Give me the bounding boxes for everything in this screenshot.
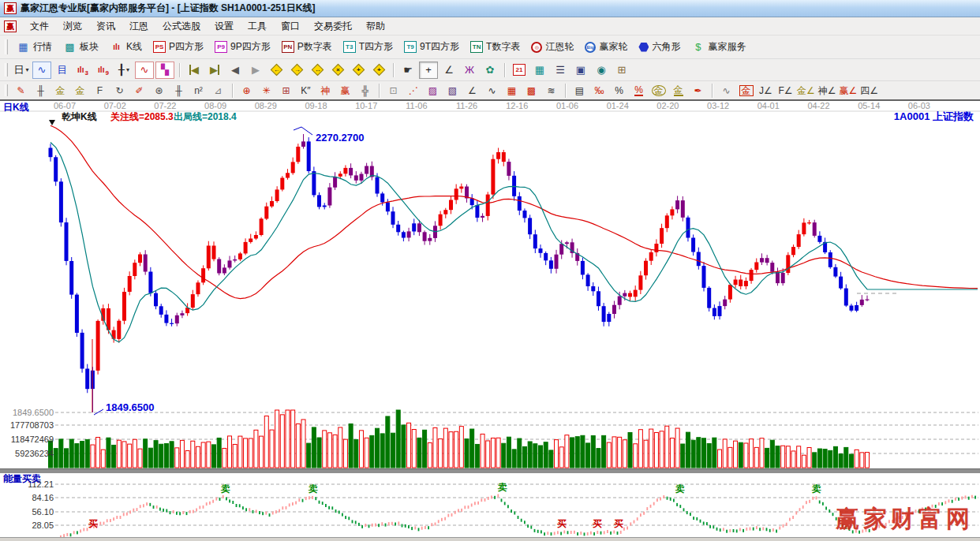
candle-style-dropdown[interactable]: ╂▾ [114, 62, 133, 79]
n2-button[interactable]: n² [189, 83, 208, 99]
red-grid-button[interactable]: ▦ [503, 83, 521, 99]
box-tool-button[interactable]: ⊡ [384, 83, 402, 99]
pan-hand-button[interactable]: ☛ [398, 62, 417, 79]
gold-angle-button[interactable]: 金∠ [796, 83, 816, 99]
menu-tools[interactable]: 工具 [241, 17, 274, 35]
trend-arrow-button[interactable]: ∠ [463, 83, 481, 99]
j-angle-button[interactable]: J∠ [757, 83, 775, 99]
grid-button[interactable]: ╫ [170, 83, 188, 99]
sector-blocks[interactable]: ▩板块 [58, 39, 104, 55]
menu-browse[interactable]: 浏览 [56, 17, 89, 35]
menu-gann[interactable]: 江恩 [122, 17, 155, 35]
indicator-title[interactable]: 能量买卖 [3, 474, 41, 484]
notes-button[interactable]: ☰ [551, 62, 570, 79]
draw-pen-button[interactable]: ✎ [12, 83, 30, 99]
kline-mode-label[interactable]: 乾坤K线 [62, 112, 97, 122]
document-logo-icon[interactable]: 赢 [4, 21, 17, 32]
zigzag-button[interactable]: ∿ [483, 83, 501, 99]
ying-angle-button[interactable]: 赢∠ [839, 83, 858, 99]
chart-area[interactable]: 买卖卖卖买买买卖卖06-0707-0207-2208-0908-2909-181… [0, 101, 980, 537]
compress-9-button[interactable]: ılı9 [94, 62, 113, 79]
p-number-table[interactable]: PNP数字表 [276, 39, 338, 55]
menu-news[interactable]: 资讯 [89, 17, 122, 35]
percent-button[interactable]: % [610, 83, 628, 99]
gann-circle-button[interactable]: ⊛ [150, 83, 168, 99]
t-square[interactable]: T3T四方形 [338, 39, 398, 55]
period-day-dropdown[interactable]: 日▾ [12, 62, 31, 79]
web-button[interactable]: ◉ [592, 62, 611, 79]
fibonacci-f-button[interactable]: F [91, 83, 109, 99]
wave-box-button[interactable]: ∿ [717, 83, 735, 99]
arrow-grid-button[interactable]: ▩ [522, 83, 540, 99]
brush-mark-button[interactable]: ✒ [689, 83, 707, 99]
qiankun-kline-button[interactable]: ∿ [135, 62, 154, 79]
save-button[interactable]: ▣ [571, 62, 590, 79]
menu-formula-pick[interactable]: 公式选股 [155, 17, 208, 35]
p-square[interactable]: PSP四方形 [148, 39, 209, 55]
order-truck-button[interactable]: ⊞ [612, 62, 631, 79]
gold-bar-button[interactable]: 金 [669, 83, 687, 99]
pen-ruler-button[interactable]: ✐ [130, 83, 148, 99]
shift-left-diamond[interactable]: ← [267, 62, 286, 79]
gold-section-button[interactable]: 金 [51, 83, 69, 99]
compress-3-button[interactable]: ılı3 [73, 62, 92, 79]
prev-page-button[interactable]: ◀ [226, 62, 245, 79]
k-quote-button[interactable]: K″ [297, 83, 315, 99]
hexagon[interactable]: 六角形 [633, 39, 686, 55]
9t-square[interactable]: T99T四方形 [398, 39, 465, 55]
calculator-button[interactable]: ▦ [530, 62, 549, 79]
chart-canvas[interactable]: 买卖卖卖买买买卖卖06-0707-0207-2208-0908-2909-181… [0, 101, 980, 537]
compress-diamond[interactable]: × [328, 62, 347, 79]
shen-grid-button[interactable]: 神 [316, 83, 335, 99]
slant-lines-button[interactable]: ≋ [542, 83, 560, 99]
percent-bar-button[interactable]: % [630, 83, 648, 99]
menu-trade-order[interactable]: 交易委托 [307, 17, 359, 35]
gold-box-button[interactable]: 金 [737, 83, 755, 99]
target-cross-button[interactable]: ⊕ [238, 83, 256, 99]
t-number-table[interactable]: TNT数字表 [465, 39, 526, 55]
ying-grid-button[interactable]: 赢 [336, 83, 354, 99]
spider-web-button[interactable]: ✳ [257, 83, 275, 99]
gold-section2-button[interactable]: 金 [71, 83, 89, 99]
first-page-button[interactable]: ◀ [185, 62, 204, 79]
last-page-button[interactable]: ▶ [205, 62, 224, 79]
winner-service[interactable]: $赢家服务 [686, 39, 751, 55]
f-angle-button[interactable]: F∠ [776, 83, 795, 99]
shift-right-diamond[interactable]: → [287, 62, 306, 79]
winner-wheel[interactable]: Big赢家轮 [579, 39, 633, 55]
ruler-grid-button[interactable]: ╬ [356, 83, 374, 99]
kline[interactable]: ılıK线 [104, 39, 148, 55]
gold-circle-button[interactable]: 金 [649, 83, 668, 99]
ray-fan-button[interactable]: ⋰ [404, 83, 422, 99]
angle-line-button[interactable]: ∠ [440, 62, 458, 79]
calendar-button[interactable]: 21 [510, 62, 529, 79]
zoom-in-diamond[interactable]: + [349, 62, 368, 79]
title-bar[interactable]: 赢 赢家江恩专业版[赢家内部服务平台] - [上证指数 SH1A0001-251… [0, 0, 980, 17]
expand-diamond[interactable]: ↔ [308, 62, 327, 79]
next-page-button[interactable]: ▶ [246, 62, 265, 79]
gann-wheel[interactable]: ◎江恩轮 [526, 39, 579, 55]
menu-window[interactable]: 窗口 [274, 17, 307, 35]
menu-help[interactable]: 帮助 [359, 17, 392, 35]
market-quotes[interactable]: ▦行情 [11, 39, 58, 55]
menu-settings[interactable]: 设置 [208, 17, 241, 35]
9p-square[interactable]: P99P四方形 [209, 39, 276, 55]
shen-angle-button[interactable]: 神∠ [817, 83, 837, 99]
percent-line-button[interactable]: ‰ [590, 83, 608, 99]
fan-box-button[interactable]: ▨ [424, 83, 442, 99]
web-grid-button[interactable]: ⊞ [277, 83, 295, 99]
menu-file[interactable]: 文件 [23, 17, 56, 35]
step-chart-button[interactable]: ▤ [570, 83, 589, 99]
profile-chart-button[interactable]: ▚ [155, 62, 174, 79]
four-angle-button[interactable]: 四∠ [859, 83, 879, 99]
gann-shape-button[interactable]: Ж [460, 62, 479, 79]
angle-measure-button[interactable]: ⊿ [209, 83, 227, 99]
spiral-button[interactable]: ↻ [110, 83, 129, 99]
gann-line-grid-button[interactable]: ╫ [32, 83, 50, 99]
pattern-brain-button[interactable]: ✿ [481, 62, 499, 79]
crosshair-button[interactable]: + [419, 62, 438, 79]
zoom-all-diamond[interactable]: + [369, 62, 388, 79]
shade-box-button[interactable]: ▧ [443, 83, 462, 99]
info-f10-button[interactable]: 目 [53, 62, 72, 79]
pattern-view-button[interactable]: ∿ [32, 62, 51, 79]
